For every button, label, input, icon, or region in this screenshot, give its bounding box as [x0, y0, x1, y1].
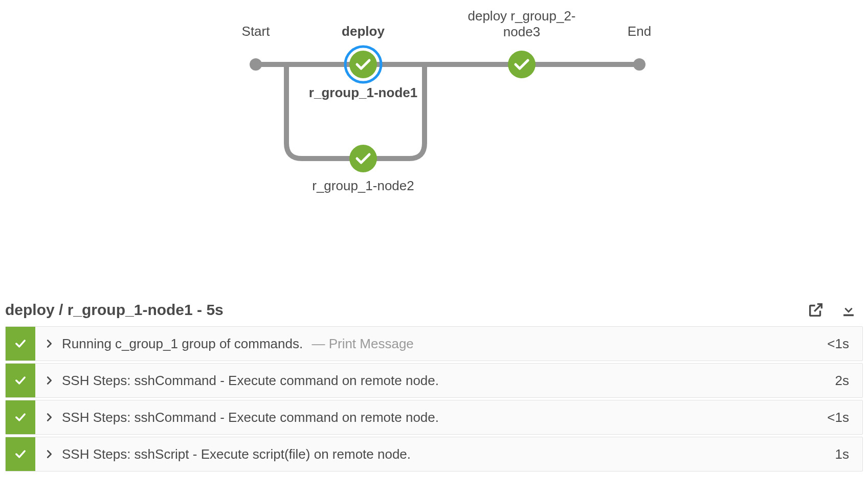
- open-external-icon[interactable]: [807, 301, 825, 319]
- graph-parallel-branch-label[interactable]: r_group_1-node2: [312, 178, 414, 194]
- step-status-success: [6, 364, 35, 397]
- svg-point-2: [633, 58, 646, 71]
- chevron-right-icon: [43, 448, 55, 460]
- step-text: Running c_group_1 group of commands. — P…: [62, 336, 820, 352]
- step-duration: <1s: [827, 336, 854, 352]
- check-icon: [13, 410, 28, 424]
- graph-end-label: End: [628, 24, 651, 39]
- step-text: SSH Steps: sshCommand - Execute command …: [62, 373, 828, 389]
- pipeline-graph: Start deploy r_group_1-node1 deploy r_gr…: [0, 0, 868, 205]
- step-text: SSH Steps: sshCommand - Execute command …: [62, 410, 820, 425]
- svg-point-5: [508, 51, 536, 78]
- section-title: deploy / r_group_1-node1 - 5s: [5, 301, 224, 319]
- step-status-success: [6, 437, 35, 471]
- step-suffix: — Print Message: [308, 336, 414, 351]
- step-text: SSH Steps: sshScript - Execute script(fi…: [62, 446, 828, 462]
- step-duration: 2s: [835, 373, 854, 389]
- graph-stage-rgroup2-label[interactable]: deploy r_group_2-node3: [455, 8, 588, 40]
- pipeline-svg: [0, 0, 868, 205]
- download-icon[interactable]: [839, 301, 858, 319]
- check-icon: [13, 336, 28, 351]
- header-actions: [807, 301, 858, 319]
- step-row[interactable]: Running c_group_1 group of commands. — P…: [5, 326, 863, 361]
- step-row[interactable]: SSH Steps: sshCommand - Execute command …: [5, 400, 863, 435]
- step-status-success: [6, 327, 35, 361]
- graph-stage-deploy-label[interactable]: deploy: [342, 24, 385, 39]
- chevron-right-icon: [43, 412, 55, 423]
- chevron-right-icon: [43, 338, 55, 349]
- check-icon: [13, 373, 28, 388]
- chevron-right-icon: [43, 375, 55, 386]
- svg-point-1: [250, 58, 262, 71]
- graph-start-label: Start: [242, 24, 270, 39]
- step-list: Running c_group_1 group of commands. — P…: [0, 326, 868, 471]
- svg-point-6: [349, 145, 377, 172]
- step-duration: 1s: [835, 446, 854, 462]
- step-row[interactable]: SSH Steps: sshCommand - Execute command …: [5, 363, 863, 398]
- svg-rect-7: [843, 315, 854, 317]
- step-status-success: [6, 400, 35, 434]
- step-duration: <1s: [827, 410, 854, 425]
- section-header: deploy / r_group_1-node1 - 5s: [0, 297, 868, 326]
- graph-stage-deploy-sublabel: r_group_1-node1: [309, 85, 417, 101]
- check-icon: [13, 447, 28, 461]
- step-row[interactable]: SSH Steps: sshScript - Execute script(fi…: [5, 437, 863, 471]
- svg-point-4: [349, 51, 377, 78]
